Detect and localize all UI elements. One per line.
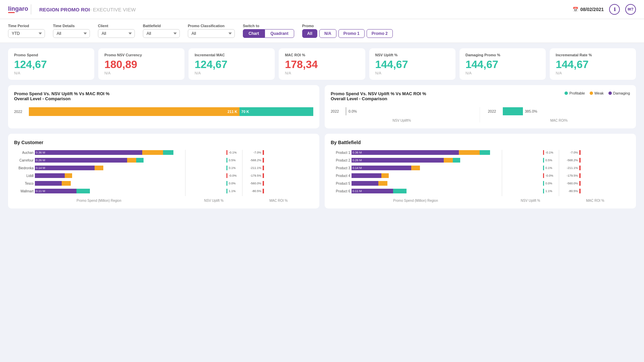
- spend-row: Liddl: [14, 173, 184, 178]
- bf-spacer-1: [502, 199, 502, 202]
- kpi-card-2: Incremental MAC 124,67 N/A: [189, 48, 275, 80]
- nsv-col-title: NSV Uplift%: [331, 119, 473, 122]
- nsv-row: 0.5%: [187, 158, 241, 163]
- customer-nsv-section: -0.1% 0.5% 0.1% -0.0% 0.0% 1.1: [187, 150, 241, 196]
- mac-row: -560.0%: [560, 181, 630, 186]
- mac-row: -211.1%: [244, 165, 313, 171]
- spacer-2: [242, 199, 243, 202]
- divider-2: [242, 150, 243, 196]
- client-select[interactable]: All: [98, 29, 135, 38]
- legend-damaging: Damaging: [608, 91, 630, 95]
- spend-row: Product 5: [331, 181, 500, 186]
- kpi-value-5: 144,67: [466, 59, 540, 70]
- kpi-title-3: MAC ROI %: [285, 53, 359, 57]
- spend-row: Biedronka 0.14 M: [14, 165, 184, 171]
- nsv-row: 0.1%: [503, 165, 557, 171]
- kpi-card-5: Damaging Promo % 144,67 N/A: [460, 48, 546, 80]
- nsv-value: 0.0%: [348, 109, 357, 113]
- kpi-title-6: Incremenatal Rate %: [556, 53, 630, 57]
- by-battlefield-chart: By Battlefield Product 1 0.36 M Product …: [325, 134, 636, 208]
- product-mac-section: -7.0% -568.2% -211.1% -179.5% -560.0%: [560, 150, 630, 196]
- top-left-chart: Promo Spend Vs. NSV Uplift % Vs MAC ROI …: [8, 85, 319, 128]
- kpi-title-4: NSV Uplift %: [375, 53, 449, 57]
- spend-row: Product 1 0.36 M: [331, 150, 500, 155]
- mac-value: 385.0%: [525, 109, 537, 113]
- customer-col-labels: Promo Spend (Million) Region NSV Uplift …: [14, 199, 313, 202]
- quadrant-button[interactable]: Quadrant: [265, 29, 294, 38]
- time-details-select[interactable]: All: [53, 29, 90, 38]
- bf-divider-1: [502, 150, 502, 196]
- by-customer-chart: By Customer Auchan 0.36 M Carrefour 0.26…: [8, 134, 319, 208]
- mac-row: -568.2%: [560, 158, 630, 163]
- promo-all-button[interactable]: All: [302, 29, 317, 38]
- calendar-icon: 📅: [573, 7, 578, 12]
- kpi-value-0: 124,67: [14, 59, 88, 70]
- info-button[interactable]: ℹ: [609, 4, 620, 15]
- mac-row: -80.5%: [244, 188, 313, 194]
- help-button[interactable]: ✉?: [625, 4, 636, 15]
- mac-col-label: MAC ROI %: [244, 199, 313, 202]
- promo-classification-select[interactable]: All: [188, 29, 235, 38]
- date-badge: 📅 08/02/2021: [573, 7, 604, 12]
- spend-row: Wallmart 0.11 M: [14, 188, 184, 194]
- mac-bar: [503, 107, 523, 115]
- bf-divider-2: [559, 150, 559, 196]
- promo1-button[interactable]: Promo 1: [338, 29, 365, 38]
- mac-col: 2022 385.0% MAC ROI%: [488, 107, 630, 122]
- promo-classification-filter: Promo Classification All: [188, 24, 235, 38]
- time-period-select[interactable]: YTD: [8, 29, 45, 38]
- battlefield-label: Battlefield: [143, 24, 180, 28]
- client-label: Client: [98, 24, 135, 28]
- mac-row: -560.0%: [244, 181, 313, 186]
- kpi-sub-5: N/A: [466, 71, 540, 75]
- nsv-bar-row: 2022 0.0%: [331, 107, 473, 115]
- weak-dot: [590, 92, 593, 95]
- spend-col-label: Promo Spend (Million) Region: [14, 199, 184, 202]
- spend-row: Product 2 0.26 M: [331, 158, 500, 163]
- by-customer-title: By Customer: [14, 140, 313, 145]
- header-title-group: lingaro REGION PROMO ROI - EXECUTIVE VIE…: [8, 4, 136, 14]
- nsv-row: 0.0%: [503, 181, 557, 186]
- by-battlefield-title: By Battlefield: [331, 140, 630, 145]
- product-nsv-section: -0.1% 0.5% 0.1% -0.0% 0.0% 1.1: [503, 150, 557, 196]
- nsv-row: 1.1%: [503, 188, 557, 194]
- header-divider: [31, 4, 31, 14]
- nsv-row: -0.1%: [187, 150, 241, 155]
- mac-row: -179.5%: [560, 173, 630, 178]
- time-period-filter: Time Period YTD: [8, 24, 45, 38]
- chart-button[interactable]: Chart: [243, 29, 265, 38]
- mac-bar-track: 385.0%: [503, 107, 630, 115]
- kpi-sub-2: N/A: [195, 71, 269, 75]
- top-right-legend: Profitable Weak Damaging: [565, 91, 630, 95]
- mac-row: -7.0%: [244, 150, 313, 155]
- by-battlefield-content: Product 1 0.36 M Product 2 0.26 M Produc…: [331, 150, 630, 196]
- by-customer-content: Auchan 0.36 M Carrefour 0.26 M Biedronka: [14, 150, 313, 196]
- top-right-title-group: Promo Spend Vs. NSV Uplift % Vs MAC ROI …: [331, 91, 426, 101]
- mac-year: 2022: [488, 109, 500, 113]
- time-period-label: Time Period: [8, 24, 45, 28]
- battlefield-filter: Battlefield All: [143, 24, 180, 38]
- time-details-label: Time Details: [53, 24, 90, 28]
- mac-row: -179.5%: [244, 173, 313, 178]
- promo-na-button[interactable]: N/A: [319, 29, 336, 38]
- spend-row: Product 3 0.14 M: [331, 165, 500, 171]
- promo2-button[interactable]: Promo 2: [367, 29, 393, 38]
- nsv-row: 1.1%: [187, 188, 241, 194]
- kpi-value-6: 144,67: [556, 59, 630, 70]
- kpi-card-0: Promo Spend 124,67 N/A: [8, 48, 94, 80]
- top-right-header: Promo Spend Vs. NSV Uplift % Vs MAC ROI …: [331, 91, 630, 101]
- weak-label: Weak: [594, 91, 604, 95]
- promo-buttons: All N/A Promo 1 Promo 2: [302, 29, 393, 38]
- kpi-card-1: Promo NSV Currency 180,89 N/A: [98, 48, 184, 80]
- logo: lingaro: [8, 6, 28, 13]
- profitable-dot: [565, 92, 568, 95]
- kpi-card-3: MAC ROI % 178,34 N/A: [279, 48, 365, 80]
- kpi-sub-6: N/A: [556, 71, 630, 75]
- mac-row: -568.2%: [244, 158, 313, 163]
- header: lingaro REGION PROMO ROI - EXECUTIVE VIE…: [0, 0, 644, 19]
- chart-title-line2: Overall Level - Comparison: [14, 96, 313, 101]
- battlefield-select[interactable]: All: [143, 29, 180, 38]
- top-left-bar-area: 2022 211 K 70 K: [14, 107, 313, 116]
- customer-spend-section: Auchan 0.36 M Carrefour 0.26 M Biedronka: [14, 150, 184, 196]
- spend-row: Product 6 0.11 M: [331, 188, 500, 194]
